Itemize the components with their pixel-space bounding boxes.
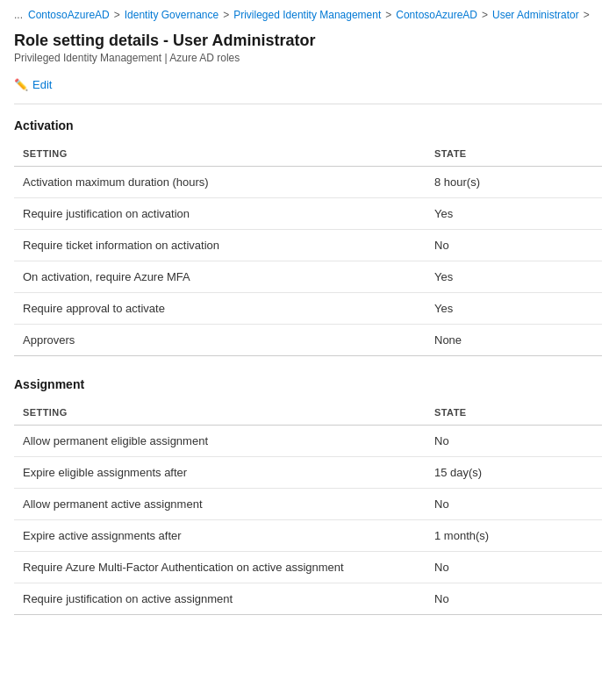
- assignment-row: Expire eligible assignments after 15 day…: [14, 457, 602, 489]
- assignment-state-4: No: [426, 552, 602, 583]
- breadcrumb-sep-3: >: [482, 9, 488, 21]
- activation-col-setting: SETTING: [14, 141, 426, 167]
- assignment-row: Require Azure Multi-Factor Authenticatio…: [14, 552, 602, 583]
- assignment-state-5: No: [426, 583, 602, 615]
- assignment-table: SETTING STATE Allow permanent eligible a…: [14, 400, 602, 615]
- page-subtitle: Privileged Identity Management | Azure A…: [14, 52, 602, 64]
- breadcrumb-link-3[interactable]: ContosoAzureAD: [396, 9, 477, 21]
- activation-row: On activation, require Azure MFA Yes: [14, 261, 602, 293]
- assignment-row: Allow permanent active assignment No: [14, 489, 602, 520]
- activation-state-0: 8 hour(s): [426, 167, 602, 198]
- edit-icon: ✏️: [14, 78, 28, 91]
- assignment-setting-0: Allow permanent eligible assignment: [14, 426, 426, 457]
- breadcrumb: ... ContosoAzureAD > Identity Governance…: [0, 0, 616, 28]
- assignment-row: Expire active assignments after 1 month(…: [14, 520, 602, 552]
- assignment-state-1: 15 day(s): [426, 457, 602, 489]
- activation-col-state: STATE: [426, 141, 602, 167]
- activation-setting-4: Require approval to activate: [14, 293, 426, 325]
- activation-row: Require approval to activate Yes: [14, 293, 602, 325]
- section-divider: [14, 104, 602, 104]
- activation-table: SETTING STATE Activation maximum duratio…: [14, 141, 602, 356]
- breadcrumb-link-4[interactable]: User Administrator: [492, 9, 579, 21]
- breadcrumb-sep-2: >: [385, 9, 391, 21]
- breadcrumb-link-0[interactable]: ContosoAzureAD: [28, 9, 110, 21]
- activation-setting-3: On activation, require Azure MFA: [14, 261, 426, 293]
- activation-state-1: Yes: [426, 198, 602, 230]
- edit-label: Edit: [32, 78, 52, 91]
- breadcrumb-link-1[interactable]: Identity Governance: [125, 9, 218, 21]
- assignment-col-setting: SETTING: [14, 400, 426, 426]
- edit-button[interactable]: ✏️ Edit: [14, 75, 52, 95]
- activation-setting-5: Approvers: [14, 325, 426, 356]
- activation-state-5: None: [426, 325, 602, 356]
- page-content: Role setting details - User Administrato…: [0, 28, 616, 657]
- activation-setting-2: Require ticket information on activation: [14, 230, 426, 261]
- activation-row: Activation maximum duration (hours) 8 ho…: [14, 167, 602, 198]
- assignment-setting-2: Allow permanent active assignment: [14, 489, 426, 520]
- activation-state-2: No: [426, 230, 602, 261]
- assignment-row: Allow permanent eligible assignment No: [14, 426, 602, 457]
- assignment-state-0: No: [426, 426, 602, 457]
- activation-section-title: Activation: [14, 118, 602, 132]
- assignment-section-title: Assignment: [14, 377, 602, 391]
- breadcrumb-dots: ...: [14, 9, 23, 21]
- assignment-setting-5: Require justification on active assignme…: [14, 583, 426, 615]
- assignment-setting-4: Require Azure Multi-Factor Authenticatio…: [14, 552, 426, 583]
- assignment-col-state: STATE: [426, 400, 602, 426]
- activation-state-4: Yes: [426, 293, 602, 325]
- assignment-setting-1: Expire eligible assignments after: [14, 457, 426, 489]
- activation-row: Require justification on activation Yes: [14, 198, 602, 230]
- breadcrumb-link-2[interactable]: Privileged Identity Management: [233, 9, 381, 21]
- assignment-row: Require justification on active assignme…: [14, 583, 602, 615]
- breadcrumb-sep-0: >: [114, 9, 120, 21]
- breadcrumb-sep-1: >: [223, 9, 229, 21]
- page-title: Role setting details - User Administrato…: [14, 32, 602, 50]
- activation-state-3: Yes: [426, 261, 602, 293]
- breadcrumb-sep-4: >: [584, 9, 590, 21]
- assignment-state-3: 1 month(s): [426, 520, 602, 552]
- activation-row: Require ticket information on activation…: [14, 230, 602, 261]
- assignment-setting-3: Expire active assignments after: [14, 520, 426, 552]
- activation-setting-1: Require justification on activation: [14, 198, 426, 230]
- activation-setting-0: Activation maximum duration (hours): [14, 167, 426, 198]
- activation-row: Approvers None: [14, 325, 602, 356]
- assignment-state-2: No: [426, 489, 602, 520]
